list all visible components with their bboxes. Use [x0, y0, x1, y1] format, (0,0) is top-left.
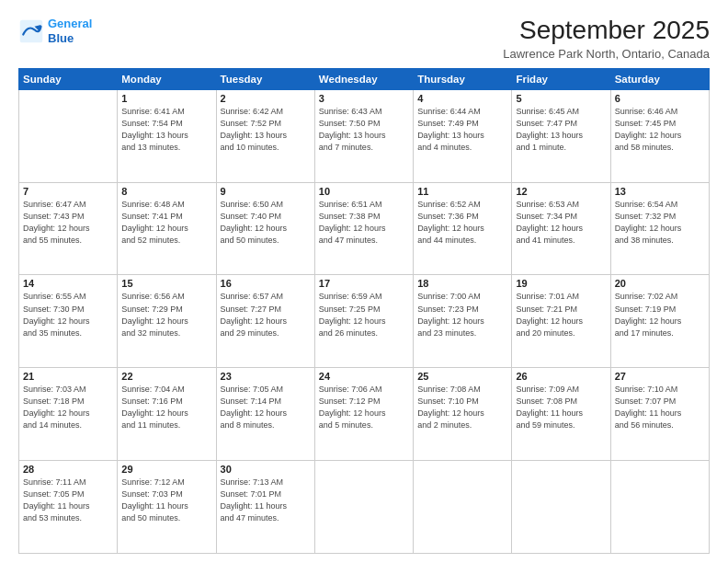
day-info: Sunrise: 7:03 AM Sunset: 7:18 PM Dayligh…	[23, 384, 113, 431]
calendar-week-5: 28Sunrise: 7:11 AM Sunset: 7:05 PM Dayli…	[19, 461, 710, 554]
table-row: 26Sunrise: 7:09 AM Sunset: 7:08 PM Dayli…	[512, 368, 610, 461]
logo-line2: Blue	[48, 31, 74, 45]
day-info: Sunrise: 7:13 AM Sunset: 7:01 PM Dayligh…	[221, 477, 311, 524]
day-info: Sunrise: 7:06 AM Sunset: 7:12 PM Dayligh…	[319, 384, 409, 431]
table-row: 1Sunrise: 6:41 AM Sunset: 7:54 PM Daylig…	[118, 89, 216, 182]
table-row: 27Sunrise: 7:10 AM Sunset: 7:07 PM Dayli…	[610, 368, 709, 461]
table-row	[19, 89, 118, 182]
day-number: 30	[221, 464, 311, 475]
day-info: Sunrise: 7:12 AM Sunset: 7:03 PM Dayligh…	[121, 477, 211, 524]
day-info: Sunrise: 6:45 AM Sunset: 7:47 PM Dayligh…	[516, 106, 606, 154]
day-number: 26	[516, 371, 606, 382]
title-block: September 2025 Lawrence Park North, Onta…	[503, 17, 710, 61]
day-info: Sunrise: 7:02 AM Sunset: 7:19 PM Dayligh…	[615, 291, 705, 339]
col-monday: Monday	[118, 68, 216, 89]
day-info: Sunrise: 6:50 AM Sunset: 7:40 PM Dayligh…	[221, 199, 311, 247]
day-info: Sunrise: 6:42 AM Sunset: 7:52 PM Dayligh…	[221, 106, 311, 154]
table-row	[610, 461, 709, 554]
table-row: 22Sunrise: 7:04 AM Sunset: 7:16 PM Dayli…	[118, 368, 216, 461]
day-number: 2	[221, 93, 311, 104]
day-info: Sunrise: 6:57 AM Sunset: 7:27 PM Dayligh…	[221, 291, 311, 339]
day-info: Sunrise: 7:04 AM Sunset: 7:16 PM Dayligh…	[121, 384, 211, 431]
day-number: 13	[615, 186, 705, 197]
day-info: Sunrise: 7:05 AM Sunset: 7:14 PM Dayligh…	[221, 384, 311, 431]
day-number: 20	[615, 278, 705, 289]
table-row: 28Sunrise: 7:11 AM Sunset: 7:05 PM Dayli…	[19, 461, 118, 554]
day-info: Sunrise: 6:56 AM Sunset: 7:29 PM Dayligh…	[121, 291, 211, 339]
day-number: 28	[23, 464, 113, 475]
col-friday: Friday	[512, 68, 610, 89]
day-info: Sunrise: 7:10 AM Sunset: 7:07 PM Dayligh…	[615, 384, 705, 431]
day-info: Sunrise: 6:52 AM Sunset: 7:36 PM Dayligh…	[417, 199, 507, 247]
calendar-header-row: Sunday Monday Tuesday Wednesday Thursday…	[19, 68, 710, 89]
day-number: 3	[319, 93, 409, 104]
table-row	[512, 461, 610, 554]
day-info: Sunrise: 6:47 AM Sunset: 7:43 PM Dayligh…	[23, 199, 113, 247]
day-info: Sunrise: 6:54 AM Sunset: 7:32 PM Dayligh…	[615, 199, 705, 247]
location: Lawrence Park North, Ontario, Canada	[503, 47, 710, 61]
table-row: 11Sunrise: 6:52 AM Sunset: 7:36 PM Dayli…	[414, 182, 512, 275]
day-number: 12	[516, 186, 606, 197]
table-row: 2Sunrise: 6:42 AM Sunset: 7:52 PM Daylig…	[216, 89, 314, 182]
calendar: Sunday Monday Tuesday Wednesday Thursday…	[18, 68, 710, 554]
logo-icon	[18, 18, 44, 44]
table-row: 9Sunrise: 6:50 AM Sunset: 7:40 PM Daylig…	[216, 182, 314, 275]
col-thursday: Thursday	[414, 68, 512, 89]
day-number: 18	[417, 278, 507, 289]
calendar-week-1: 1Sunrise: 6:41 AM Sunset: 7:54 PM Daylig…	[19, 89, 710, 182]
header: General Blue September 2025 Lawrence Par…	[18, 17, 710, 61]
logo-line1: General	[48, 17, 92, 30]
day-info: Sunrise: 6:53 AM Sunset: 7:34 PM Dayligh…	[516, 199, 606, 247]
day-number: 6	[615, 93, 705, 104]
table-row: 6Sunrise: 6:46 AM Sunset: 7:45 PM Daylig…	[610, 89, 709, 182]
day-number: 24	[319, 371, 409, 382]
col-sunday: Sunday	[19, 68, 118, 89]
calendar-week-3: 14Sunrise: 6:55 AM Sunset: 7:30 PM Dayli…	[19, 275, 710, 368]
table-row: 3Sunrise: 6:43 AM Sunset: 7:50 PM Daylig…	[314, 89, 413, 182]
day-info: Sunrise: 6:44 AM Sunset: 7:49 PM Dayligh…	[417, 106, 507, 154]
table-row: 14Sunrise: 6:55 AM Sunset: 7:30 PM Dayli…	[19, 275, 118, 368]
day-info: Sunrise: 6:55 AM Sunset: 7:30 PM Dayligh…	[23, 291, 113, 339]
table-row: 13Sunrise: 6:54 AM Sunset: 7:32 PM Dayli…	[610, 182, 709, 275]
table-row: 8Sunrise: 6:48 AM Sunset: 7:41 PM Daylig…	[118, 182, 216, 275]
col-tuesday: Tuesday	[216, 68, 314, 89]
day-number: 10	[319, 186, 409, 197]
table-row: 5Sunrise: 6:45 AM Sunset: 7:47 PM Daylig…	[512, 89, 610, 182]
day-info: Sunrise: 6:46 AM Sunset: 7:45 PM Dayligh…	[615, 106, 705, 154]
table-row: 20Sunrise: 7:02 AM Sunset: 7:19 PM Dayli…	[610, 275, 709, 368]
table-row: 29Sunrise: 7:12 AM Sunset: 7:03 PM Dayli…	[118, 461, 216, 554]
table-row: 16Sunrise: 6:57 AM Sunset: 7:27 PM Dayli…	[216, 275, 314, 368]
day-info: Sunrise: 7:09 AM Sunset: 7:08 PM Dayligh…	[516, 384, 606, 431]
table-row: 10Sunrise: 6:51 AM Sunset: 7:38 PM Dayli…	[314, 182, 413, 275]
table-row: 30Sunrise: 7:13 AM Sunset: 7:01 PM Dayli…	[216, 461, 314, 554]
day-number: 29	[121, 464, 211, 475]
day-number: 25	[417, 371, 507, 382]
table-row: 18Sunrise: 7:00 AM Sunset: 7:23 PM Dayli…	[414, 275, 512, 368]
logo-text: General Blue	[48, 17, 92, 45]
day-number: 27	[615, 371, 705, 382]
day-info: Sunrise: 6:48 AM Sunset: 7:41 PM Dayligh…	[121, 199, 211, 247]
table-row: 7Sunrise: 6:47 AM Sunset: 7:43 PM Daylig…	[19, 182, 118, 275]
day-info: Sunrise: 6:59 AM Sunset: 7:25 PM Dayligh…	[319, 291, 409, 339]
table-row: 23Sunrise: 7:05 AM Sunset: 7:14 PM Dayli…	[216, 368, 314, 461]
day-number: 23	[221, 371, 311, 382]
day-number: 22	[121, 371, 211, 382]
day-number: 5	[516, 93, 606, 104]
day-number: 17	[319, 278, 409, 289]
table-row: 4Sunrise: 6:44 AM Sunset: 7:49 PM Daylig…	[414, 89, 512, 182]
day-number: 21	[23, 371, 113, 382]
logo: General Blue	[18, 17, 92, 45]
day-number: 8	[121, 186, 211, 197]
day-number: 15	[121, 278, 211, 289]
day-info: Sunrise: 7:08 AM Sunset: 7:10 PM Dayligh…	[417, 384, 507, 431]
table-row: 25Sunrise: 7:08 AM Sunset: 7:10 PM Dayli…	[414, 368, 512, 461]
col-wednesday: Wednesday	[314, 68, 413, 89]
table-row: 12Sunrise: 6:53 AM Sunset: 7:34 PM Dayli…	[512, 182, 610, 275]
day-info: Sunrise: 6:51 AM Sunset: 7:38 PM Dayligh…	[319, 199, 409, 247]
page: General Blue September 2025 Lawrence Par…	[0, 0, 728, 563]
day-number: 19	[516, 278, 606, 289]
calendar-week-4: 21Sunrise: 7:03 AM Sunset: 7:18 PM Dayli…	[19, 368, 710, 461]
day-info: Sunrise: 7:01 AM Sunset: 7:21 PM Dayligh…	[516, 291, 606, 339]
table-row: 17Sunrise: 6:59 AM Sunset: 7:25 PM Dayli…	[314, 275, 413, 368]
day-info: Sunrise: 6:43 AM Sunset: 7:50 PM Dayligh…	[319, 106, 409, 154]
